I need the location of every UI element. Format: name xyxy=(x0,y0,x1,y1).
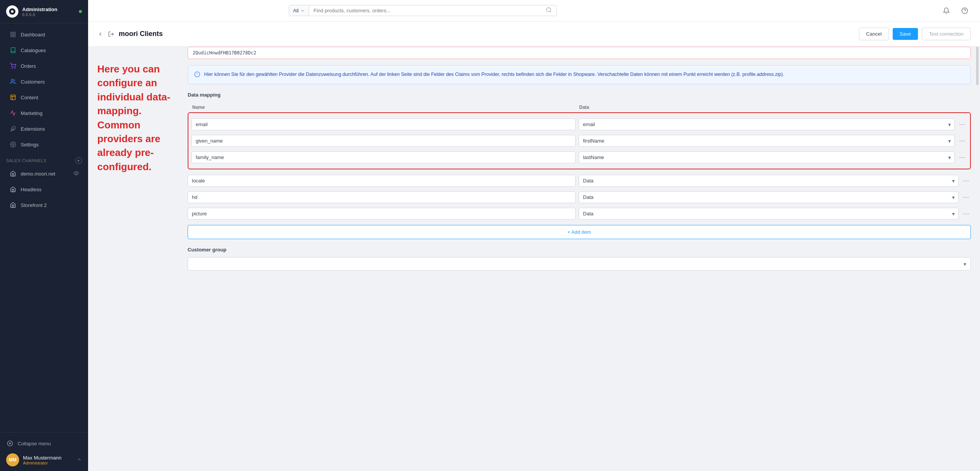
demo-eye-icon xyxy=(74,171,79,177)
sidebar-item-marketing-label: Marketing xyxy=(21,110,43,116)
sidebar-item-headless[interactable]: Headless xyxy=(3,182,85,197)
marketing-icon xyxy=(9,109,17,117)
mapping-name-hd[interactable] xyxy=(188,191,576,203)
search-filter-label: All xyxy=(293,8,298,13)
mapping-data-family-name-wrap: lastName ▾ xyxy=(579,151,954,163)
demo-store-icon xyxy=(9,170,17,177)
page-header-left: moori Clients xyxy=(97,30,163,38)
sidebar-item-customers-label: Customers xyxy=(21,79,45,85)
mapping-data-email-wrap: email ▾ xyxy=(579,118,954,130)
mapping-name-locale[interactable] xyxy=(188,175,576,187)
customer-group-select-wrap: ▾ xyxy=(188,257,971,271)
page-header-actions: Cancel Save Test connection xyxy=(859,28,971,40)
sidebar-item-extensions[interactable]: Extensions xyxy=(3,121,85,136)
mapping-row-hd-menu[interactable]: ··· xyxy=(962,194,971,201)
mapping-row-locale-menu[interactable]: ··· xyxy=(962,177,971,184)
online-indicator xyxy=(79,10,82,13)
test-connection-button[interactable]: Test connection xyxy=(922,28,971,40)
mapping-row-picture-menu[interactable]: ··· xyxy=(962,210,971,217)
svg-rect-4 xyxy=(13,35,15,37)
mapping-data-email[interactable]: email xyxy=(579,118,954,130)
highlighted-mapping-group: email ▾ ··· firstName xyxy=(188,112,971,169)
user-info[interactable]: MM Max Mustermann Administrator xyxy=(6,453,82,466)
mapping-row-email-menu[interactable]: ··· xyxy=(958,121,967,128)
sidebar-item-demo[interactable]: demo.moori.net xyxy=(3,166,85,181)
mapping-data-locale[interactable]: Data xyxy=(579,175,958,187)
page-content: moori Clients Cancel Save Test connectio… xyxy=(88,21,980,471)
app-logo xyxy=(6,5,18,18)
sidebar-item-dashboard-label: Dashboard xyxy=(21,32,45,38)
content-icon xyxy=(9,94,17,101)
mapping-data-picture[interactable]: Data xyxy=(579,208,958,220)
svg-point-6 xyxy=(15,68,15,68)
svg-rect-3 xyxy=(11,35,13,37)
sidebar-item-catalogues[interactable]: Catalogues xyxy=(3,43,85,58)
sidebar-logo: Administration 6.6.6.0 xyxy=(0,0,88,23)
cancel-button[interactable]: Cancel xyxy=(859,28,889,40)
mapping-row-given-name-menu[interactable]: ··· xyxy=(958,138,967,144)
search-bar: All xyxy=(289,5,557,16)
customer-group-select[interactable] xyxy=(188,257,971,271)
add-sales-channel-btn[interactable]: + xyxy=(75,157,82,164)
sidebar-item-orders[interactable]: Orders xyxy=(3,58,85,74)
sidebar-item-extensions-label: Extensions xyxy=(21,126,45,132)
sidebar-item-marketing[interactable]: Marketing xyxy=(3,105,85,121)
mapping-data-hd[interactable]: Data xyxy=(579,191,958,203)
demo-label: demo.moori.net xyxy=(21,171,55,177)
sidebar-item-orders-label: Orders xyxy=(21,63,36,69)
user-role: Administrator xyxy=(23,461,77,465)
user-avatar: MM xyxy=(6,453,19,466)
mapping-name-family-name[interactable] xyxy=(191,151,576,163)
svg-line-15 xyxy=(550,11,551,12)
back-button[interactable] xyxy=(97,31,103,37)
exit-button[interactable] xyxy=(108,31,114,37)
mapping-name-picture[interactable] xyxy=(188,208,576,220)
headless-store-icon xyxy=(9,185,17,193)
search-input[interactable] xyxy=(309,5,542,16)
sidebar-item-content[interactable]: Content xyxy=(3,90,85,105)
sidebar-item-storefront2[interactable]: Storefront 2 xyxy=(3,197,85,213)
settings-icon xyxy=(9,141,17,148)
svg-point-7 xyxy=(11,79,13,81)
user-name: Max Mustermann xyxy=(23,455,77,461)
save-button[interactable]: Save xyxy=(893,28,918,40)
search-submit-btn[interactable] xyxy=(541,7,556,14)
sidebar: Administration 6.6.6.0 Dashboard Catalog… xyxy=(0,0,88,471)
sidebar-item-settings[interactable]: Settings xyxy=(3,137,85,152)
sales-channels-section: Sales Channels + xyxy=(0,153,88,166)
mapping-data-given-name[interactable]: firstName xyxy=(579,135,954,147)
sidebar-item-dashboard[interactable]: Dashboard xyxy=(3,27,85,42)
info-icon xyxy=(194,71,200,79)
sidebar-footer: Collapse menu MM Max Mustermann Administ… xyxy=(0,432,88,471)
mapping-data-locale-wrap: Data ▾ xyxy=(579,175,958,187)
mapping-name-email[interactable] xyxy=(191,118,576,130)
sidebar-item-customers[interactable]: Customers xyxy=(3,74,85,89)
customers-icon xyxy=(9,78,17,85)
storefront2-store-icon xyxy=(9,201,17,209)
svg-point-14 xyxy=(546,8,551,12)
search-filter-dropdown[interactable]: All xyxy=(289,5,309,16)
data-mapping-label: Data mapping xyxy=(188,92,971,98)
app-version: 6.6.6.0 xyxy=(22,12,57,17)
customer-group-label: Customer group xyxy=(188,247,971,253)
svg-rect-2 xyxy=(13,32,15,34)
collapse-menu-btn[interactable]: Collapse menu xyxy=(6,437,82,450)
user-chevron-icon xyxy=(77,457,82,463)
dashboard-icon xyxy=(9,31,17,38)
add-item-button[interactable]: + Add item xyxy=(188,225,971,239)
scrollbar[interactable] xyxy=(976,47,978,85)
notifications-icon[interactable] xyxy=(940,5,952,17)
user-details: Max Mustermann Administrator xyxy=(23,455,77,465)
collapse-label: Collapse menu xyxy=(18,441,51,446)
mapping-data-family-name[interactable]: lastName xyxy=(579,151,954,163)
logo-text: Administration 6.6.6.0 xyxy=(22,7,57,17)
col-data-header: Data xyxy=(579,105,967,110)
sidebar-item-content-label: Content xyxy=(21,95,38,100)
page-title: moori Clients xyxy=(119,30,163,38)
mapping-name-given-name[interactable] xyxy=(191,135,576,147)
help-icon[interactable] xyxy=(959,5,971,17)
mapping-row-family-name-menu[interactable]: ··· xyxy=(958,154,967,161)
mapping-row-given-name: firstName ▾ ··· xyxy=(191,133,967,149)
mapping-data-given-name-wrap: firstName ▾ xyxy=(579,135,954,147)
svg-rect-8 xyxy=(11,95,15,100)
